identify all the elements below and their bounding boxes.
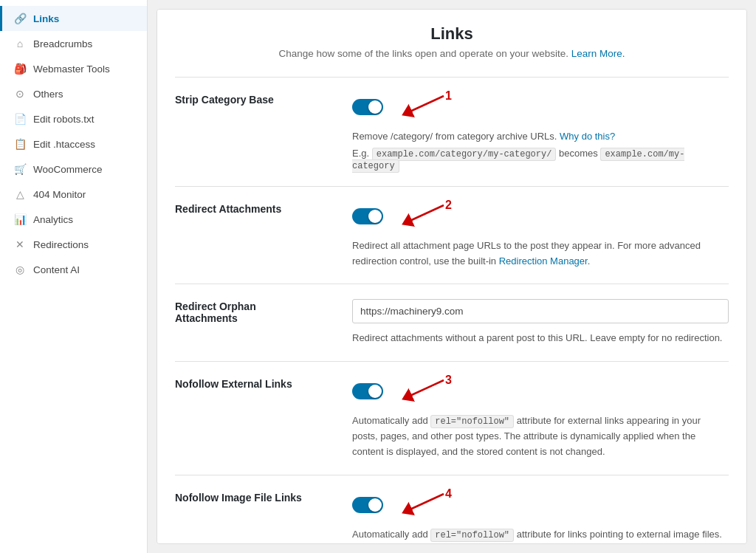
toggle-redirect-attachments[interactable] (352, 208, 383, 224)
sidebar-item-edit-robots[interactable]: 📄Edit robots.txt (0, 106, 147, 131)
sidebar-item-edit-htaccess[interactable]: 📋Edit .htaccess (0, 131, 147, 157)
section-label-strip-category-base: Strip Category Base (175, 92, 337, 171)
section-label-redirect-attachments: Redirect Attachments (175, 202, 337, 269)
toggle-nofollow-image-file-links[interactable] (352, 497, 383, 513)
desc-link-redirect-attachments[interactable]: Redirection Manager (499, 255, 588, 267)
sidebar-label-webmaster-tools: Webmaster Tools (33, 63, 110, 75)
toggle-strip-category-base[interactable] (352, 99, 383, 115)
example-before-code: example.com/category/my-category/ (372, 148, 557, 161)
page-subtitle: Change how some of the links open and op… (175, 48, 729, 59)
sidebar-item-others[interactable]: ⊙Others (0, 81, 147, 106)
toggle-row-nofollow-image-file-links: 4 (352, 490, 729, 520)
desc-code-nofollow-external-links: rel="nofollow" (430, 415, 514, 428)
svg-text:1: 1 (445, 89, 452, 102)
sidebar-label-links: Links (33, 13, 59, 24)
section-label-nofollow-image-file-links: Nofollow Image File Links (175, 490, 337, 544)
sidebar-label-404-monitor: 404 Monitor (33, 189, 86, 200)
section-label-redirect-orphan-attachments: Redirect OrphanAttachments (175, 299, 337, 346)
page-title: Links (175, 24, 729, 44)
sidebar-label-breadcrumbs: Breadcrumbs (33, 38, 92, 49)
section-strip-category-base: Strip Category Base1Remove /category/ fr… (175, 77, 729, 186)
sidebar-item-404-monitor[interactable]: △404 Monitor (0, 182, 147, 207)
sidebar-label-woocommerce: WooCommerce (33, 164, 103, 175)
analytics-icon: 📊 (14, 213, 26, 225)
sidebar-item-content-ai[interactable]: ◎Content AI (0, 257, 147, 282)
section-redirect-orphan-attachments: Redirect OrphanAttachmentsRedirect attac… (175, 284, 729, 361)
section-nofollow-image-file-links: Nofollow Image File Links4Automatically … (175, 475, 729, 544)
sidebar-label-edit-robots: Edit robots.txt (33, 114, 94, 125)
section-desc-nofollow-external-links: Automatically add rel="nofollow" attribu… (352, 413, 729, 460)
toggle-row-strip-category-base: 1 (352, 92, 729, 122)
edit-robots-icon: 📄 (14, 113, 26, 125)
content-ai-icon: ◎ (14, 264, 26, 275)
woocommerce-icon: 🛒 (14, 163, 26, 175)
sidebar-label-content-ai: Content AI (33, 264, 80, 275)
section-nofollow-external-links: Nofollow External Links3Automatically ad… (175, 361, 729, 475)
sidebar-item-links[interactable]: 🔗Links (0, 6, 147, 31)
sidebar-item-breadcrumbs[interactable]: ⌂Breadcrumbs (0, 31, 147, 56)
webmaster-tools-icon: 🎒 (14, 63, 26, 75)
sidebar-item-redirections[interactable]: ✕Redirections (0, 232, 147, 257)
section-desc-nofollow-image-file-links: Automatically add rel="nofollow" attribu… (352, 527, 729, 544)
section-content-strip-category-base: 1Remove /category/ from category archive… (352, 92, 729, 171)
section-label-nofollow-external-links: Nofollow External Links (175, 377, 337, 460)
svg-text:2: 2 (445, 199, 452, 211)
section-desc-strip-category-base: Remove /category/ from category archive … (352, 129, 729, 145)
main-content: Links Change how some of the links open … (157, 9, 747, 544)
section-desc-redirect-orphan-attachments: Redirect attachments without a parent po… (352, 331, 729, 346)
toggle-row-redirect-attachments: 2 (352, 202, 729, 231)
links-icon: 🔗 (14, 13, 26, 24)
sidebar-item-webmaster-tools[interactable]: 🎒Webmaster Tools (0, 56, 147, 81)
breadcrumbs-icon: ⌂ (14, 38, 26, 49)
section-content-redirect-attachments: 2Redirect all attachment page URLs to th… (352, 202, 729, 269)
section-content-nofollow-image-file-links: 4Automatically add rel="nofollow" attrib… (352, 490, 729, 544)
page-subtitle-text: Change how some of the links open and op… (278, 48, 568, 59)
sidebar-item-analytics[interactable]: 📊Analytics (0, 207, 147, 232)
input-redirect-orphan-attachments[interactable] (352, 299, 729, 323)
section-desc-redirect-attachments: Redirect all attachment page URLs to the… (352, 238, 729, 269)
section-redirect-attachments: Redirect Attachments2Redirect all attach… (175, 186, 729, 284)
sidebar-label-analytics: Analytics (33, 214, 73, 225)
sidebar-label-others: Others (33, 89, 63, 100)
desc-code-nofollow-image-file-links: rel="nofollow" (430, 529, 514, 542)
edit-htaccess-icon: 📋 (14, 138, 26, 150)
redirections-icon: ✕ (14, 238, 26, 250)
404-monitor-icon: △ (14, 188, 26, 200)
svg-text:3: 3 (445, 374, 452, 386)
sidebar: 🔗Links⌂Breadcrumbs🎒Webmaster Tools⊙Other… (0, 0, 148, 553)
learn-more-link[interactable]: Learn More. (571, 48, 625, 59)
sidebar-item-woocommerce[interactable]: 🛒WooCommerce (0, 157, 147, 182)
others-icon: ⊙ (14, 88, 26, 100)
toggle-row-nofollow-external-links: 3 (352, 377, 729, 406)
sidebar-label-edit-htaccess: Edit .htaccess (33, 139, 95, 150)
section-content-redirect-orphan-attachments: Redirect attachments without a parent po… (352, 299, 729, 346)
example-line-strip-category-base: E.g. example.com/category/my-category/ b… (352, 148, 729, 171)
sidebar-label-redirections: Redirections (33, 239, 89, 250)
sections-container: Strip Category Base1Remove /category/ fr… (175, 77, 729, 544)
toggle-nofollow-external-links[interactable] (352, 383, 383, 399)
section-content-nofollow-external-links: 3Automatically add rel="nofollow" attrib… (352, 377, 729, 460)
desc-link-strip-category-base[interactable]: Why do this? (560, 131, 615, 142)
svg-text:4: 4 (445, 487, 452, 500)
